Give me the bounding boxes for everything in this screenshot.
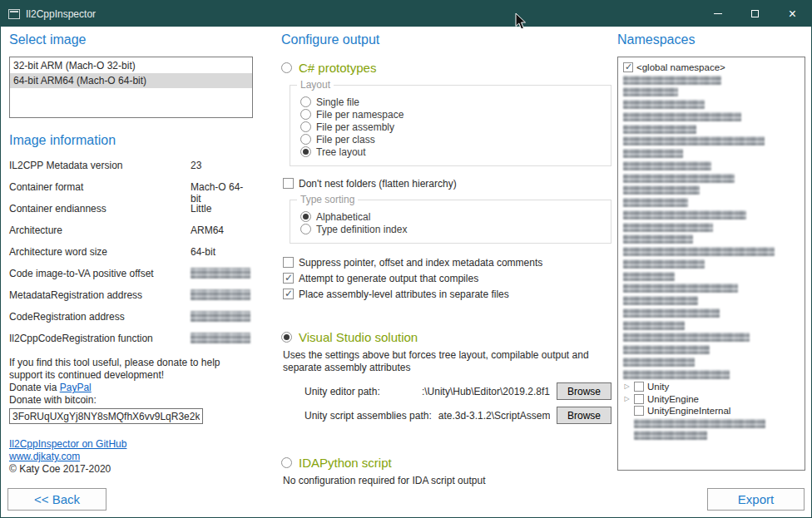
namespace-item-redacted[interactable] <box>618 160 805 172</box>
info-value <box>191 289 253 303</box>
back-button[interactable]: << Back <box>7 488 106 511</box>
close-icon: × <box>789 7 796 21</box>
namespace-item-redacted[interactable] <box>618 368 805 381</box>
namespace-item-redacted[interactable] <box>618 111 805 123</box>
namespace-item-redacted[interactable] <box>618 356 805 368</box>
bitcoin-address-input[interactable] <box>9 408 203 424</box>
namespace-item-redacted[interactable] <box>618 185 805 197</box>
redacted-value <box>191 289 250 300</box>
namespace-checkbox[interactable] <box>634 382 644 392</box>
layout-option[interactable]: Tree layout <box>300 146 602 158</box>
browse-editor-path-button[interactable]: Browse <box>557 382 611 400</box>
namespace-item[interactable]: ▷UnityEngine <box>618 392 805 405</box>
namespace-item-redacted[interactable] <box>618 270 805 283</box>
namespace-item[interactable]: UnityEngineInternal <box>618 405 805 417</box>
namespace-item[interactable]: <global namespace> <box>618 62 805 74</box>
output-option-checkbox[interactable]: Place assembly-level attributes in separ… <box>283 289 611 300</box>
flatten-checkbox-label: Don't nest folders (flatten hierarchy) <box>299 178 457 190</box>
namespace-item-redacted[interactable] <box>618 258 805 270</box>
unity-editor-path-value: :\Unity\Hub\Editor\2019.2.8f1 <box>387 386 550 397</box>
namespace-item-redacted[interactable] <box>618 98 805 111</box>
type-sorting-option[interactable]: Alphabetical <box>300 210 602 223</box>
option-label: Single file <box>316 96 359 108</box>
image-list-item[interactable]: 32-bit ARM (Mach-O 32-bit) <box>10 58 252 73</box>
namespace-checkbox[interactable] <box>634 394 644 404</box>
radio-icon <box>300 121 311 132</box>
idapython-radio[interactable]: IDAPython script <box>281 456 611 470</box>
app-window: Il2CppInspector × Select image 32-bit AR… <box>0 0 812 518</box>
namespace-item-redacted[interactable] <box>618 221 805 234</box>
namespace-item-redacted[interactable] <box>618 294 805 307</box>
namespace-item-redacted[interactable] <box>618 417 805 430</box>
namespace-item-redacted[interactable] <box>618 307 805 319</box>
namespace-item-redacted[interactable] <box>618 343 805 356</box>
app-icon <box>8 9 20 19</box>
donate-via-text: Donate via <box>9 382 60 393</box>
csharp-prototypes-radio[interactable]: C# prototypes <box>281 61 611 75</box>
select-image-heading: Select image <box>9 31 253 49</box>
maximize-button[interactable] <box>736 1 774 27</box>
layout-option[interactable]: Single file <box>300 96 602 108</box>
maximize-icon <box>751 10 759 17</box>
image-list-item[interactable]: 64-bit ARM64 (Mach-O 64-bit) <box>10 73 252 88</box>
namespace-item-redacted[interactable] <box>618 234 805 246</box>
output-option-checkbox[interactable]: Attempt to generate output that compiles <box>283 273 611 284</box>
paypal-link[interactable]: PayPal <box>60 382 92 393</box>
namespace-item-redacted[interactable] <box>618 209 805 221</box>
namespace-item-redacted[interactable] <box>618 283 805 295</box>
checkbox-label: Place assembly-level attributes in separ… <box>299 289 509 300</box>
minimize-icon <box>714 13 722 14</box>
redacted-namespace <box>623 125 696 134</box>
checkbox-icon <box>283 289 294 299</box>
namespace-item-redacted[interactable] <box>618 430 805 442</box>
image-listbox[interactable]: 32-bit ARM (Mach-O 32-bit)64-bit ARM64 (… <box>9 57 253 118</box>
namespace-item-redacted[interactable] <box>618 172 805 185</box>
radio-icon <box>300 109 311 120</box>
namespace-item-redacted[interactable] <box>618 319 805 332</box>
namespace-item-redacted[interactable] <box>618 136 805 148</box>
namespaces-listbox[interactable]: <global namespace>▷Unity▷UnityEngineUnit… <box>617 57 805 471</box>
expander-icon[interactable]: ▷ <box>623 396 631 402</box>
mouse-cursor <box>515 12 527 31</box>
option-label: Tree layout <box>316 146 366 158</box>
info-value <box>191 333 253 346</box>
layout-option[interactable]: File per namespace <box>300 108 602 121</box>
layout-option[interactable]: File per assembly <box>300 121 602 133</box>
redacted-namespace <box>623 149 683 158</box>
copyright-text: © Katy Coe 2017-2020 <box>9 463 253 476</box>
website-link[interactable]: www.djkaty.com <box>9 451 80 462</box>
namespaces-heading: Namespaces <box>617 31 805 49</box>
expander-icon[interactable]: ▷ <box>623 383 631 390</box>
minimize-button[interactable] <box>699 1 736 27</box>
flatten-checkbox[interactable]: Don't nest folders (flatten hierarchy) <box>283 178 611 190</box>
namespace-item-redacted[interactable] <box>618 86 805 99</box>
idapython-description: No configuration required for IDA script… <box>283 475 602 487</box>
visual-studio-radio[interactable]: Visual Studio solution <box>281 330 611 344</box>
redacted-namespace <box>623 345 710 354</box>
namespace-checkbox[interactable] <box>623 62 633 72</box>
close-button[interactable]: × <box>774 1 811 27</box>
titlebar[interactable]: Il2CppInspector × <box>1 1 811 27</box>
namespace-item-redacted[interactable] <box>618 74 805 86</box>
unity-script-path-value: ate.3d-3.1.2\ScriptAssemblies <box>438 410 550 422</box>
checkbox-label: Attempt to generate output that compiles <box>299 273 478 284</box>
namespace-item[interactable]: ▷Unity <box>618 381 805 393</box>
namespace-item-redacted[interactable] <box>618 147 805 160</box>
namespace-label: <global namespace> <box>636 62 725 72</box>
layout-option[interactable]: File per class <box>300 133 602 146</box>
output-option-checkbox[interactable]: Suppress pointer, offset and index metad… <box>283 257 611 269</box>
radio-icon <box>300 224 311 234</box>
github-link[interactable]: Il2CppInspector on GitHub <box>9 438 126 450</box>
export-button[interactable]: Export <box>707 488 805 511</box>
info-row: IL2CPP Metadata version23 <box>9 160 253 181</box>
namespace-item-redacted[interactable] <box>618 332 805 344</box>
namespace-item-redacted[interactable] <box>618 196 805 209</box>
github-link-line: Il2CppInspector on GitHub <box>9 438 253 451</box>
namespace-item-redacted[interactable] <box>618 123 805 136</box>
namespace-item-redacted[interactable] <box>618 245 805 258</box>
info-label: IL2CPP Metadata version <box>9 160 191 171</box>
namespace-checkbox[interactable] <box>634 406 644 416</box>
browse-script-path-button[interactable]: Browse <box>557 407 611 424</box>
website-link-line: www.djkaty.com <box>9 451 253 463</box>
type-sorting-option[interactable]: Type definition index <box>300 223 602 235</box>
